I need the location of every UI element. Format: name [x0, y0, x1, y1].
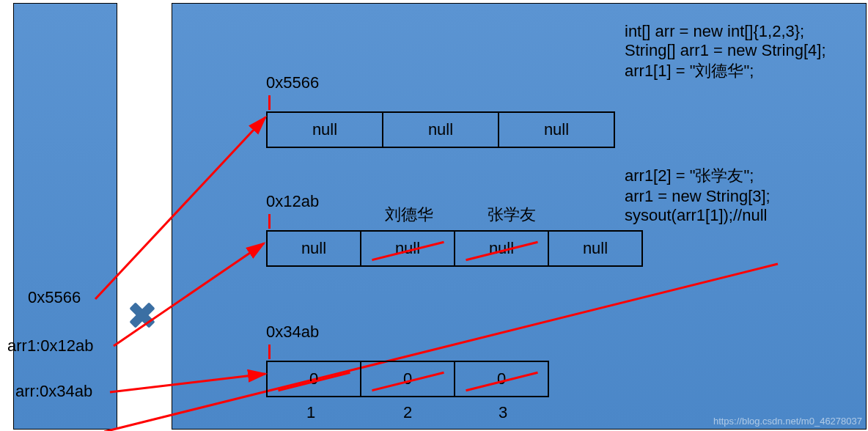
array-0x12ab: null null null null [266, 230, 643, 267]
tick-0x5566 [268, 95, 271, 110]
addr-0x34ab: 0x34ab [266, 323, 319, 342]
stack-arr-entry: arr:0x34ab [15, 382, 92, 401]
index-2: 3 [499, 403, 507, 422]
index-1: 2 [403, 403, 412, 422]
array-0x5566: null null null [266, 111, 615, 148]
cell-12ab-0: null [266, 230, 361, 267]
stack-panel [13, 3, 117, 430]
code-top: int[] arr = new int[]{1,2,3}; String[] a… [625, 22, 826, 82]
cell-12ab-3: null [548, 230, 643, 267]
tick-0x12ab [268, 214, 271, 229]
overwrite-label-0: 刘德华 [385, 204, 433, 226]
stack-addr-5566: 0x5566 [28, 288, 81, 307]
stack-arr1-entry: arr1:0x12ab [7, 336, 868, 356]
cell-12ab-1: null [360, 230, 455, 267]
index-0: 1 [306, 403, 315, 422]
array-0x34ab: 0 0 0 [266, 361, 549, 397]
cell-12ab-2: null [454, 230, 549, 267]
cell-5566-2: null [498, 111, 615, 148]
cell-5566-0: null [266, 111, 383, 148]
watermark-text: https://blog.csdn.net/m0_46278037 [713, 416, 862, 427]
addr-0x5566: 0x5566 [266, 73, 319, 92]
cell-34ab-2: 0 [454, 361, 549, 397]
tick-0x34ab [268, 345, 271, 359]
cell-5566-1: null [382, 111, 499, 148]
code-bottom: arr1[2] = "张学友"; arr1 = new String[3]; s… [625, 165, 770, 225]
cross-icon [128, 301, 157, 330]
overwrite-label-1: 张学友 [488, 204, 536, 226]
cell-34ab-0: 0 [266, 361, 361, 397]
cell-34ab-1: 0 [360, 361, 455, 397]
addr-0x12ab: 0x12ab [266, 192, 319, 211]
